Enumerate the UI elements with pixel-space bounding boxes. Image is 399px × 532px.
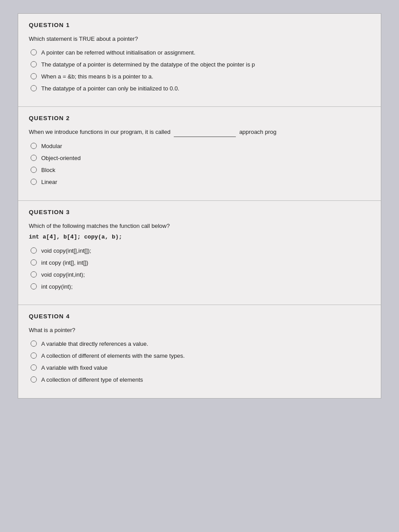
list-item[interactable]: void copy(int,int); <box>31 271 370 279</box>
question-block-3: QUESTION 3 Which of the following matche… <box>18 201 381 305</box>
list-item[interactable]: A variable with fixed value <box>31 364 370 372</box>
radio-icon[interactable] <box>31 271 37 278</box>
list-item[interactable]: Object-oriented <box>31 154 370 162</box>
question-1-title: QUESTION 1 <box>29 22 370 28</box>
radio-icon[interactable] <box>31 283 37 289</box>
radio-icon[interactable] <box>31 155 37 161</box>
question-3-title: QUESTION 3 <box>29 209 370 215</box>
option-label: Object-oriented <box>41 154 370 162</box>
option-label: The datatype of a pointer can only be in… <box>41 85 370 93</box>
list-item[interactable]: When a = &b; this means b is a pointer t… <box>31 73 370 81</box>
radio-icon[interactable] <box>31 259 37 266</box>
option-label: int copy(int); <box>41 283 370 291</box>
radio-icon[interactable] <box>31 364 37 371</box>
question-3-options: void copy(int[],int[]); int copy (int[],… <box>31 247 370 291</box>
option-label: Block <box>41 166 370 174</box>
radio-icon[interactable] <box>31 179 37 185</box>
radio-icon[interactable] <box>31 61 37 67</box>
question-2-text-after: approach prog <box>239 129 277 135</box>
radio-icon[interactable] <box>31 143 37 149</box>
list-item[interactable]: The datatype of a pointer can only be in… <box>31 85 370 93</box>
question-block-4: QUESTION 4 What is a pointer? A variable… <box>18 305 381 398</box>
option-label: Linear <box>41 178 370 186</box>
list-item[interactable]: A collection of different of elements wi… <box>31 352 370 360</box>
question-2-text-before: When we introduce functions in our progr… <box>29 129 170 135</box>
option-label: A collection of different type of elemen… <box>41 376 370 384</box>
question-4-text: What is a pointer? <box>29 326 370 335</box>
option-label: A collection of different of elements wi… <box>41 352 370 360</box>
option-label: Modular <box>41 142 370 150</box>
question-2-title: QUESTION 2 <box>29 115 370 121</box>
list-item[interactable]: void copy(int[],int[]); <box>31 247 370 255</box>
question-3-code: int a[4], b[4]; copy(a, b); <box>29 233 370 242</box>
question-2-blank <box>174 128 236 137</box>
question-4-title: QUESTION 4 <box>29 313 370 320</box>
list-item[interactable]: A pointer can be referred without initia… <box>31 49 370 57</box>
list-item[interactable]: int copy(int); <box>31 283 370 291</box>
question-1-text: Which statement is TRUE about a pointer? <box>29 35 370 43</box>
radio-icon[interactable] <box>31 73 37 79</box>
list-item[interactable]: A collection of different type of elemen… <box>31 376 370 384</box>
list-item[interactable]: Linear <box>31 178 370 186</box>
question-3-text: Which of the following matches the funct… <box>29 222 370 242</box>
option-label: A variable with fixed value <box>41 364 370 372</box>
question-2-options: Modular Object-oriented Block Linear <box>31 142 370 187</box>
question-block-2: QUESTION 2 When we introduce functions i… <box>18 107 381 200</box>
radio-icon[interactable] <box>31 340 37 347</box>
quiz-container: QUESTION 1 Which statement is TRUE about… <box>18 13 381 399</box>
list-item[interactable]: Block <box>31 166 370 174</box>
question-2-text: When we introduce functions in our progr… <box>29 128 370 137</box>
question-3-text-content: Which of the following matches the funct… <box>29 223 170 229</box>
question-block-1: QUESTION 1 Which statement is TRUE about… <box>18 14 381 107</box>
list-item[interactable]: The datatype of a pointer is determined … <box>31 61 370 69</box>
list-item[interactable]: int copy (int[], int[]) <box>31 259 370 267</box>
radio-icon[interactable] <box>31 247 37 254</box>
list-item[interactable]: A variable that directly references a va… <box>31 340 370 348</box>
radio-icon[interactable] <box>31 352 37 359</box>
question-4-options: A variable that directly references a va… <box>31 340 370 384</box>
radio-icon[interactable] <box>31 85 37 91</box>
option-label: The datatype of a pointer is determined … <box>41 61 370 69</box>
option-label: void copy(int,int); <box>41 271 370 279</box>
list-item[interactable]: Modular <box>31 142 370 150</box>
option-label: int copy (int[], int[]) <box>41 259 370 267</box>
option-label: When a = &b; this means b is a pointer t… <box>41 73 370 81</box>
option-label: void copy(int[],int[]); <box>41 247 370 255</box>
option-label: A variable that directly references a va… <box>41 340 370 348</box>
option-label: A pointer can be referred without initia… <box>41 49 370 57</box>
radio-icon[interactable] <box>31 167 37 173</box>
question-1-options: A pointer can be referred without initia… <box>31 49 370 93</box>
radio-icon[interactable] <box>31 49 37 55</box>
radio-icon[interactable] <box>31 376 37 383</box>
